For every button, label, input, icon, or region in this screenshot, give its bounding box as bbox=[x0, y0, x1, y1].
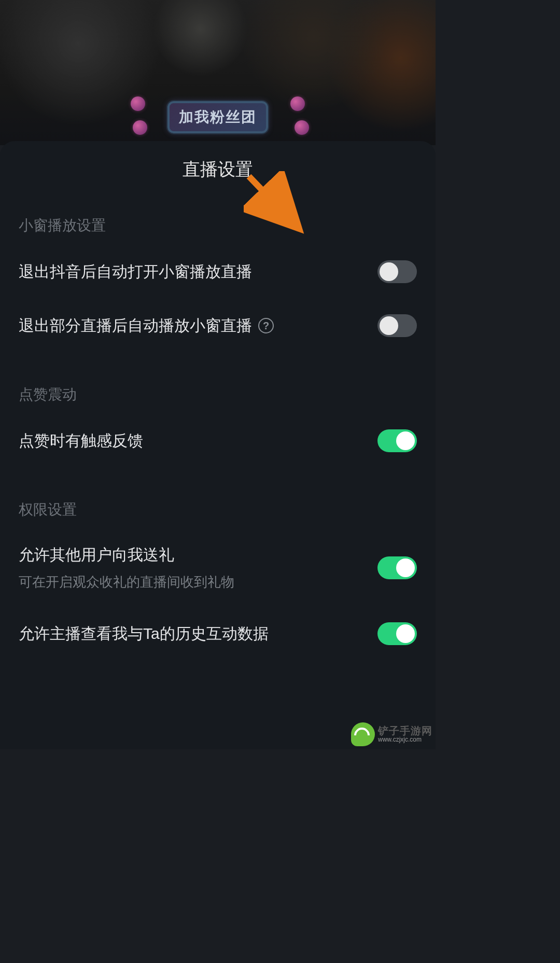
setting-label: 允许其他用户向我送礼 bbox=[19, 545, 369, 566]
setting-row-like-haptic: 点赞时有触感反馈 bbox=[19, 414, 417, 468]
live-settings-panel: 直播设置 小窗播放设置 退出抖音后自动打开小窗播放直播 退出部分直播后自动播放小… bbox=[0, 141, 436, 749]
section-permissions: 权限设置 bbox=[19, 491, 417, 529]
setting-sublabel: 可在开启观众收礼的直播间收到礼物 bbox=[19, 573, 369, 591]
watermark-logo-icon bbox=[351, 722, 375, 746]
decorative-icon bbox=[131, 96, 145, 111]
panel-title: 直播设置 bbox=[19, 141, 417, 206]
watermark-url: www.czjxjc.com bbox=[378, 736, 432, 743]
section-mini-window: 小窗播放设置 bbox=[19, 206, 417, 245]
decorative-icon bbox=[295, 120, 309, 135]
setting-label: 允许主播查看我与Ta的历史互动数据 bbox=[19, 623, 369, 645]
watermark-name: 铲子手游网 bbox=[378, 725, 432, 736]
setting-label: 退出部分直播后自动播放小窗直播 ? bbox=[19, 315, 369, 337]
setting-label: 点赞时有触感反馈 bbox=[19, 430, 369, 452]
toggle-allow-gifts[interactable] bbox=[377, 556, 417, 579]
section-like-vibration: 点赞震动 bbox=[19, 375, 417, 414]
setting-row-allow-history: 允许主播查看我与Ta的历史互动数据 bbox=[19, 607, 417, 661]
setting-row-exit-live-mini-window: 退出部分直播后自动播放小窗直播 ? bbox=[19, 299, 417, 353]
watermark: 铲子手游网 www.czjxjc.com bbox=[349, 720, 435, 748]
help-icon[interactable]: ? bbox=[258, 318, 274, 333]
decorative-icon bbox=[133, 120, 147, 135]
toggle-like-haptic[interactable] bbox=[377, 429, 417, 452]
setting-row-exit-app-mini-window: 退出抖音后自动打开小窗播放直播 bbox=[19, 245, 417, 299]
setting-label: 退出抖音后自动打开小窗播放直播 bbox=[19, 261, 369, 283]
toggle-exit-app-mini-window[interactable] bbox=[377, 260, 417, 283]
setting-row-allow-gifts: 允许其他用户向我送礼 可在开启观众收礼的直播间收到礼物 bbox=[19, 529, 417, 607]
toggle-allow-history[interactable] bbox=[377, 622, 417, 645]
toggle-exit-live-mini-window[interactable] bbox=[377, 314, 417, 337]
fan-club-badge[interactable]: 加我粉丝团 bbox=[167, 101, 268, 133]
decorative-icon bbox=[290, 96, 305, 111]
